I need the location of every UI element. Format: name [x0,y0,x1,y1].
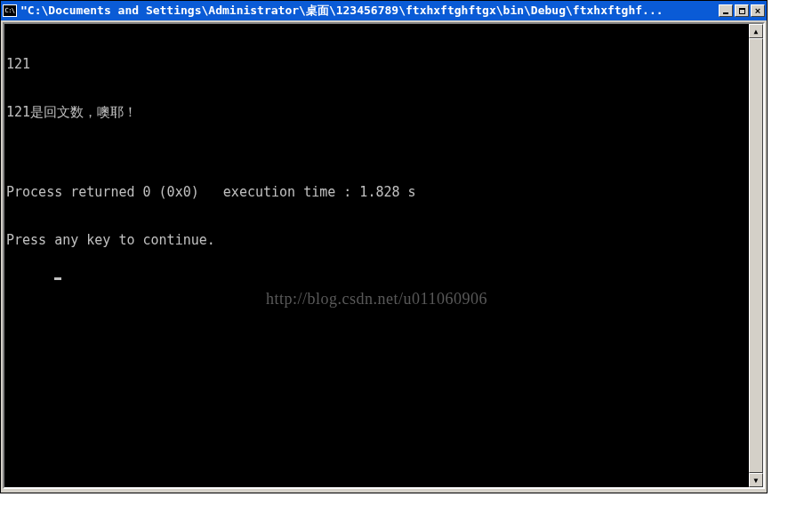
maximize-button[interactable] [735,4,749,17]
console-output[interactable]: 121 121是回文数，噢耶！ Process returned 0 (0x0)… [4,24,749,487]
watermark-text: http://blog.csdn.net/u011060906 [266,291,487,307]
output-line: Press any key to continue. [4,232,749,248]
scroll-thumb[interactable] [749,38,763,473]
scroll-up-button[interactable]: ▲ [749,24,763,38]
console-window: C:\ "C:\Documents and Settings\Administr… [0,0,768,493]
text-cursor [54,277,61,280]
window-title: "C:\Documents and Settings\Administrator… [20,3,719,19]
cmd-icon: C:\ [3,4,17,17]
window-controls: × [719,4,765,17]
client-area: 121 121是回文数，噢耶！ Process returned 0 (0x0)… [3,22,765,489]
close-button[interactable]: × [751,4,765,17]
output-line: 121 [4,56,749,72]
vertical-scrollbar[interactable]: ▲ ▼ [749,24,763,487]
scroll-down-button[interactable]: ▼ [749,473,763,487]
output-line: Process returned 0 (0x0) execution time … [4,184,749,200]
scroll-track[interactable] [749,38,763,473]
output-line: 121是回文数，噢耶！ [4,104,749,120]
minimize-button[interactable] [719,4,733,17]
titlebar[interactable]: C:\ "C:\Documents and Settings\Administr… [1,1,767,20]
